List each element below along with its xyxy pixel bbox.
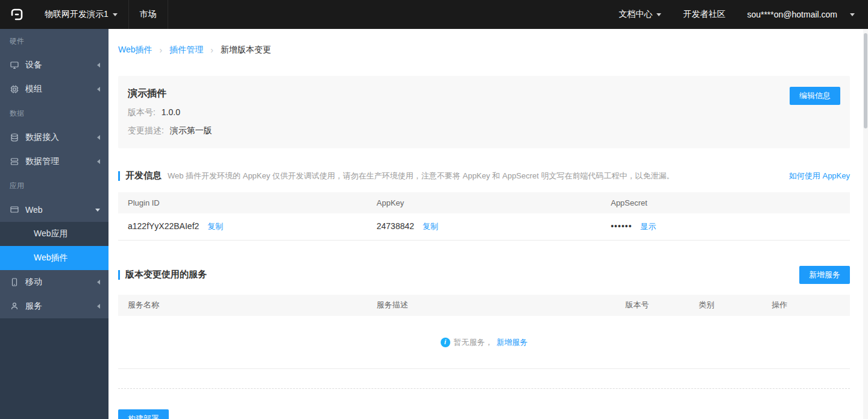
sidebar-menu: 硬件 设备 模组 数据 数据接入 数据 (0, 29, 108, 318)
services-table: 服务名称 服务描述 版本号 类别 操作 i 暂无服务， 新增服务 (118, 295, 850, 370)
plugin-summary-card: 演示插件 版本号: 1.0.0 变更描述: 演示第一版 编辑信息 (118, 76, 850, 148)
copy-appkey-link[interactable]: 复制 (423, 222, 438, 231)
add-service-button[interactable]: 新增服务 (799, 266, 850, 284)
web-monitor-icon (10, 205, 19, 215)
dashed-divider (118, 388, 850, 389)
chevron-left-icon (97, 159, 100, 164)
column-header-service-desc: 服务描述 (367, 295, 616, 316)
phone-icon (10, 277, 19, 287)
plugin-desc-row: 变更描述: 演示第一版 (128, 125, 840, 136)
sidebar-item-device[interactable]: 设备 (0, 53, 108, 77)
sidebar-item-service[interactable]: 服务 (0, 294, 108, 318)
breadcrumb-link-plugin-mgmt[interactable]: 插件管理 (169, 45, 203, 55)
sidebar-section-data: 数据 (0, 101, 108, 125)
sidebar-item-label: 设备 (25, 60, 42, 71)
sidebar-item-label: 移动 (25, 277, 42, 288)
dev-info-title: 开发信息 (125, 170, 162, 181)
services-header: 版本变更使用的服务 新增服务 (118, 266, 850, 284)
nav-community[interactable]: 开发者社区 (672, 0, 736, 29)
chip-icon (10, 84, 19, 94)
appkey-help-link[interactable]: 如何使用 AppKey (789, 171, 850, 181)
server-icon (10, 157, 19, 166)
sidebar-item-module[interactable]: 模组 (0, 77, 108, 101)
info-icon: i (441, 338, 450, 347)
brand-logo-icon (10, 7, 24, 22)
nav-doc-center[interactable]: 文档中心 (608, 0, 672, 29)
column-header-plugin-id: Plugin ID (118, 192, 367, 213)
chevron-left-icon (97, 87, 100, 92)
appsecret-masked-value: •••••• (611, 221, 632, 231)
desc-value: 演示第一版 (170, 125, 212, 135)
sidebar-item-web[interactable]: Web (0, 198, 108, 222)
project-switcher[interactable]: 物联网开发演示1 (34, 0, 128, 29)
scrollbar-thumb[interactable] (864, 33, 867, 128)
dev-info-subtitle: Web 插件开发环境的 AppKey 仅供开发调试使用，请勿在生产环境使用，注意… (168, 171, 779, 181)
chevron-left-icon (97, 304, 100, 309)
sidebar-item-web-app[interactable]: Web应用 (0, 222, 108, 246)
breadcrumb: Web插件 › 插件管理 › 新增版本变更 (118, 45, 850, 55)
topbar-divider (168, 0, 168, 29)
chevron-left-icon (97, 135, 100, 140)
project-switcher-label: 物联网开发演示1 (45, 9, 108, 20)
appkey-cell: 24738842 复制 (367, 213, 601, 240)
chevron-left-icon (97, 63, 100, 68)
version-value: 1.0.0 (162, 107, 180, 117)
empty-state: i 暂无服务， 新增服务 (441, 337, 528, 348)
sidebar-item-mobile[interactable]: 移动 (0, 270, 108, 294)
sidebar-item-data-access[interactable]: 数据接入 (0, 125, 108, 150)
column-header-appsecret: AppSecret (601, 192, 850, 213)
column-header-actions: 操作 (762, 295, 850, 316)
services-title: 版本变更使用的服务 (125, 269, 207, 280)
nav-market[interactable]: 市场 (129, 0, 168, 29)
chevron-down-icon (113, 13, 118, 16)
column-header-appkey: AppKey (367, 192, 601, 213)
chevron-down-icon (95, 209, 100, 212)
nav-market-label: 市场 (140, 9, 157, 20)
column-header-category: 类别 (689, 295, 762, 316)
breadcrumb-link-web-plugin[interactable]: Web插件 (118, 45, 153, 55)
appkey-value: 24738842 (377, 221, 414, 231)
version-label: 版本号: (128, 107, 156, 117)
show-secret-link[interactable]: 显示 (641, 222, 656, 231)
sidebar-item-label: Web应用 (34, 228, 68, 239)
dev-info-table: Plugin ID AppKey AppSecret a122fYyX22BAI… (118, 192, 850, 241)
empty-state-text: 暂无服务， (454, 337, 493, 348)
build-deploy-button[interactable]: 构建部署 (118, 409, 169, 419)
sidebar-item-label: 服务 (25, 301, 42, 312)
plugin-id-cell: a122fYyX22BAIef2 复制 (118, 213, 367, 240)
database-icon (10, 133, 19, 142)
sidebar-item-label: 模组 (25, 84, 42, 95)
main-content: Web插件 › 插件管理 › 新增版本变更 演示插件 版本号: 1.0.0 变更… (108, 29, 863, 419)
topbar-right: 文档中心 开发者社区 sou****on@hotmail.com (608, 0, 868, 29)
section-accent-bar (118, 171, 120, 181)
chevron-down-icon (656, 13, 661, 16)
table-header-row: 服务名称 服务描述 版本号 类别 操作 (118, 295, 850, 316)
table-row: a122fYyX22BAIef2 复制 24738842 复制 •••••• 显… (118, 213, 850, 240)
sidebar-section-app: 应用 (0, 174, 108, 198)
sidebar-section-hardware: 硬件 (0, 29, 108, 53)
topbar: 物联网开发演示1 市场 文档中心 开发者社区 sou****on@hotmail… (0, 0, 868, 29)
nav-community-label: 开发者社区 (683, 9, 725, 20)
plugin-version-row: 版本号: 1.0.0 (128, 107, 840, 118)
plugin-title: 演示插件 (128, 87, 840, 100)
sidebar-item-web-plugin[interactable]: Web插件 (0, 246, 108, 270)
person-icon (10, 301, 19, 311)
empty-add-service-link[interactable]: 新增服务 (497, 337, 528, 348)
breadcrumb-separator: › (160, 45, 163, 55)
account-menu[interactable]: sou****on@hotmail.com (736, 0, 868, 29)
scrollbar-track[interactable] (863, 29, 868, 419)
empty-state-cell: i 暂无服务， 新增服务 (118, 316, 850, 369)
empty-state-row: i 暂无服务， 新增服务 (118, 316, 850, 369)
edit-info-button[interactable]: 编辑信息 (790, 87, 840, 105)
nav-doc-center-label: 文档中心 (618, 9, 652, 20)
sidebar-item-data-mgmt[interactable]: 数据管理 (0, 150, 108, 174)
sidebar-item-label: Web插件 (34, 253, 68, 263)
breadcrumb-separator: › (210, 45, 213, 55)
copy-plugin-id-link[interactable]: 复制 (207, 222, 223, 231)
sidebar: 硬件 设备 模组 数据 数据接入 数据 (0, 29, 108, 419)
column-header-service-name: 服务名称 (118, 295, 367, 316)
dev-info-header: 开发信息 Web 插件开发环境的 AppKey 仅供开发调试使用，请勿在生产环境… (118, 170, 850, 181)
account-email: sou****on@hotmail.com (747, 10, 837, 19)
brand-logo[interactable] (0, 0, 34, 29)
monitor-icon (10, 60, 19, 70)
